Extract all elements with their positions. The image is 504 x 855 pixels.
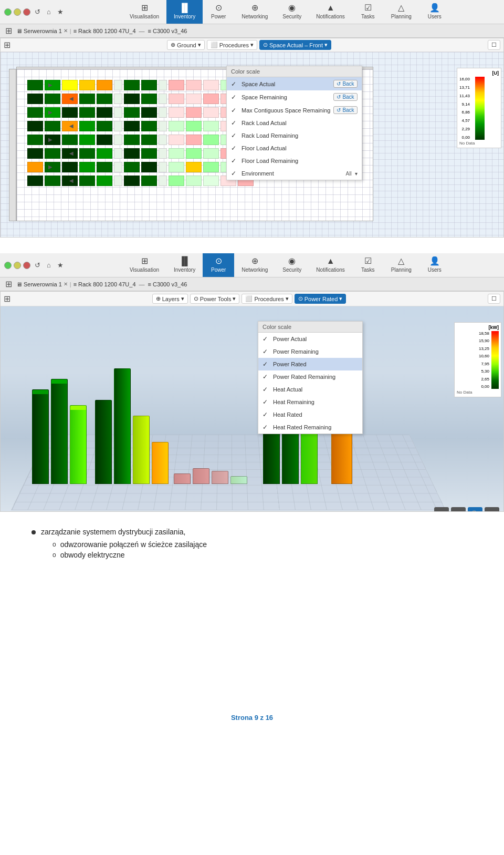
power-tools-btn[interactable]: ⊙ Power Tools ▾ xyxy=(190,294,240,304)
grid-view-icon-2[interactable]: ⊞ xyxy=(3,279,14,289)
power-rated-btn[interactable]: ⊙ Power Rated ▾ xyxy=(295,294,346,304)
dropdown-item-power-rated[interactable]: ✓ Power Rated xyxy=(258,358,362,370)
rack-icon-2: ≡ xyxy=(74,281,77,287)
breadcrumb-item-2[interactable]: ≡ Rack 800 1200 47U_4 xyxy=(74,28,136,34)
tab-notifications-2[interactable]: ▲ Notifications xyxy=(309,253,352,277)
fullscreen-btn-1[interactable]: ☐ xyxy=(488,40,500,50)
rack-cell xyxy=(203,148,219,159)
breadcrumb-item-2-1[interactable]: 🖥 Serwerownia 1 ✕ xyxy=(16,281,68,287)
procedures-btn-2[interactable]: ⬜ Procedures ▾ xyxy=(242,294,292,304)
breadcrumb-item-2-3[interactable]: ≡ C3000 v3_46 xyxy=(148,281,187,287)
layers-label: Layers xyxy=(162,296,180,302)
rack-cell xyxy=(62,135,78,145)
networking-icon-1: ⊕ xyxy=(251,3,258,13)
tab-users-1[interactable]: 👤 Users xyxy=(419,0,450,24)
server-icon-1: 🖥 xyxy=(16,28,22,34)
inventory-panel: ⊞ ⊕ Ground ▾ ⬜ Procedures ▾ ⊙ Space Actu… xyxy=(0,38,504,238)
minimize-btn-2[interactable] xyxy=(14,262,21,269)
layers-btn[interactable]: ⊕ Layers ▾ xyxy=(152,294,188,304)
dropdown-item-heat-rated-remaining[interactable]: ✓ Heat Rated Remaining xyxy=(258,421,362,434)
tab-users-2[interactable]: 👤 Users xyxy=(419,253,450,277)
breadcrumb-label-2-2: Rack 800 1200 47U_4 xyxy=(78,281,135,287)
tab-power-2[interactable]: ⊙ Power xyxy=(203,253,234,277)
tab-power-1[interactable]: ⊙ Power xyxy=(203,0,234,24)
tab-users-label-1: Users xyxy=(428,14,442,19)
grid-icon-inv[interactable]: ⊞ xyxy=(4,40,10,50)
color-legend-1: [U] 16,00 13,71 11,43 9,14 6,86 4,57 2,2… xyxy=(457,68,501,148)
zoom-icon[interactable]: 🔍 xyxy=(468,507,482,512)
tab-networking-label-1: Networking xyxy=(242,14,268,19)
rack-gap xyxy=(114,80,122,90)
grid-icon-power[interactable]: ⊞ xyxy=(4,294,10,304)
power-icon-1: ⊙ xyxy=(215,3,222,13)
breadcrumb-close-2[interactable]: ✕ xyxy=(64,281,68,287)
ground-btn[interactable]: ⊕ Ground ▾ xyxy=(167,40,205,50)
breadcrumb-close-1[interactable]: ✕ xyxy=(64,28,68,34)
tab-inventory-1[interactable]: ▐▌ Inventory xyxy=(166,0,203,24)
dropdown-item-max-contiguous[interactable]: ✓ Max Contiguous Space Remaining ↺ Back xyxy=(227,104,362,117)
dropdown-item-environment[interactable]: ✓ Environment All ▾ xyxy=(227,167,362,180)
rack-cell xyxy=(79,80,95,90)
tab-security-1[interactable]: ◉ Security xyxy=(275,0,309,24)
breadcrumb-item-2-2[interactable]: ≡ Rack 800 1200 47U_4 xyxy=(74,281,136,287)
tab-visualisation-1[interactable]: ⊞ Visualisation xyxy=(122,0,166,24)
rack-cell xyxy=(97,176,112,186)
back-btn-1[interactable]: ↺ Back xyxy=(333,93,357,101)
back-btn-0[interactable]: ↺ Back xyxy=(333,80,357,88)
rack-cell xyxy=(169,94,184,104)
home-btn[interactable]: ⌂ xyxy=(45,7,53,17)
rack-cell xyxy=(203,107,219,118)
refresh-btn-2[interactable]: ↺ xyxy=(33,260,43,270)
dropdown-item-heat-remaining[interactable]: ✓ Heat Remaining xyxy=(258,396,362,408)
dropdown-item-space-actual[interactable]: ✓ Space Actual ↺ Back xyxy=(227,77,362,90)
text-section: zarządzanie systemem dystrybucji zasilan… xyxy=(0,512,504,577)
rack-cell xyxy=(27,121,43,131)
dropdown-item-heat-actual[interactable]: ✓ Heat Actual xyxy=(258,383,362,396)
tab-planning-1[interactable]: △ Planning xyxy=(384,0,419,24)
grid-view-icon-1[interactable]: ⊞ xyxy=(3,26,14,36)
maximize-btn[interactable] xyxy=(23,8,30,16)
dropdown-item-rack-load-remaining[interactable]: ✓ Rack Load Remaining xyxy=(227,129,362,142)
dropdown-item-heat-rated[interactable]: ✓ Heat Rated xyxy=(258,408,362,421)
dropdown-item-floor-load-actual[interactable]: ✓ Floor Load Actual xyxy=(227,142,362,154)
procedures-btn-1[interactable]: ⬜ Procedures ▾ xyxy=(207,40,257,50)
inventory-icon: ▐▌ xyxy=(178,3,191,13)
dropdown-label-p1: Power Remaining xyxy=(273,348,358,355)
tab-security-2[interactable]: ◉ Security xyxy=(275,253,309,277)
tab-networking-1[interactable]: ⊕ Networking xyxy=(234,0,275,24)
dropdown-item-space-remaining[interactable]: ✓ Space Remaining ↺ Back xyxy=(227,90,362,104)
dropdown-item-power-actual[interactable]: ✓ Power Actual xyxy=(258,333,362,345)
star-btn[interactable]: ★ xyxy=(55,7,66,17)
rotate-icon[interactable]: ↻ xyxy=(434,507,449,512)
tab-tasks-1[interactable]: ☑ Tasks xyxy=(352,0,384,24)
space-actual-btn[interactable]: ⊙ Space Actual – Front ▾ xyxy=(259,40,331,50)
arrow-indicator: ◀ xyxy=(69,123,74,129)
pan-icon[interactable]: ✥ xyxy=(451,507,466,512)
tab-notifications-1[interactable]: ▲ Notifications xyxy=(309,0,352,24)
dropdown-item-rack-load-actual[interactable]: ✓ Rack Load Actual xyxy=(227,117,362,129)
tab-inventory-label-1: Inventory xyxy=(174,14,195,19)
back-btn-2[interactable]: ↺ Back xyxy=(333,106,357,114)
tab-planning-2[interactable]: △ Planning xyxy=(384,253,419,277)
maximize-btn-2[interactable] xyxy=(23,262,30,269)
tab-tasks-2[interactable]: ☑ Tasks xyxy=(352,253,384,277)
home-btn-2[interactable]: ⌂ xyxy=(45,260,53,270)
refresh-btn[interactable]: ↺ xyxy=(33,7,43,17)
tab-visualisation-2[interactable]: ⊞ Visualisation xyxy=(122,253,166,277)
bullet-dot-1 xyxy=(32,530,36,534)
3d-view-area: [kW] 18,58 15,90 13,25 10,60 7,95 5,30 2… xyxy=(1,306,503,512)
view-icon[interactable]: 👁 xyxy=(485,507,499,512)
dropdown-item-power-rated-remaining[interactable]: ✓ Power Rated Remaining xyxy=(258,370,362,383)
tab-networking-2[interactable]: ⊕ Networking xyxy=(234,253,275,277)
close-btn-2[interactable] xyxy=(4,262,12,269)
minimize-btn[interactable] xyxy=(14,8,21,16)
dropdown-item-floor-load-remaining[interactable]: ✓ Floor Load Remaining xyxy=(227,154,362,167)
tab-inventory-2[interactable]: ▐▌ Inventory xyxy=(166,253,203,277)
close-btn[interactable] xyxy=(4,8,12,16)
fullscreen-btn-2[interactable]: ☐ xyxy=(488,294,500,304)
breadcrumb-item-3[interactable]: ≡ C3000 v3_46 xyxy=(148,28,187,34)
breadcrumb-item-1[interactable]: 🖥 Serwerownia 1 ✕ xyxy=(16,28,68,34)
star-btn-2[interactable]: ★ xyxy=(55,260,66,270)
dropdown-item-power-remaining[interactable]: ✓ Power Remaining xyxy=(258,345,362,358)
rack-cell xyxy=(203,176,219,186)
